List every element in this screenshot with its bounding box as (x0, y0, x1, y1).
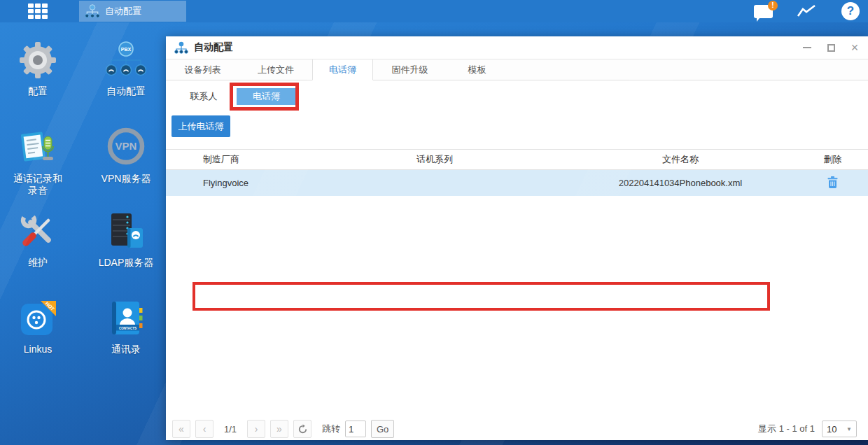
desktop-screen: 自动配置 ! ? (0, 0, 868, 445)
call-log-icon (18, 127, 57, 167)
app-label: 通话记录和录音 (10, 173, 65, 197)
results-summary: 显示 1 - 1 of 1 (758, 423, 815, 435)
trash-icon (827, 176, 838, 188)
go-button[interactable]: Go (371, 420, 394, 438)
app-label: 通讯录 (84, 344, 168, 355)
window-title: 自动配置 (194, 41, 233, 54)
ldap-server-icon (106, 211, 146, 250)
upload-phonebook-button[interactable]: 上传电话簿 (172, 115, 230, 137)
app-auto-provisioning[interactable]: PBX 自动配置 (84, 38, 168, 97)
app-linkus[interactable]: HOT Linkus (0, 297, 80, 355)
pbx-tree-icon: PBX (106, 41, 146, 79)
chevron-down-icon: ▼ (846, 426, 852, 432)
taskbar-item-label: 自动配置 (105, 5, 141, 17)
minimize-icon[interactable] (802, 43, 812, 52)
table-header: 制造厂商 话机系列 文件名称 删除 (166, 149, 868, 170)
tab-firmware-upgrade[interactable]: 固件升级 (373, 59, 447, 80)
jump-label: 跳转 (322, 423, 340, 435)
app-label: 配置 (0, 85, 80, 97)
tools-icon (18, 211, 57, 250)
pbx-tree-icon (85, 3, 100, 19)
svg-text:PBX: PBX (121, 47, 132, 52)
last-page-button[interactable]: » (270, 420, 288, 438)
phonebook-table: 制造厂商 话机系列 文件名称 删除 Flyingvoice 2022041410… (166, 149, 868, 196)
table-row[interactable]: Flyingvoice 202204141034Phonebook.xml (166, 170, 868, 196)
cell-manufacturer: Flyingvoice (166, 178, 306, 188)
app-settings[interactable]: 配置 (0, 38, 80, 97)
header-phone-series: 话机系列 (306, 153, 564, 166)
header-manufacturer: 制造厂商 (166, 153, 306, 166)
pagination-bar: « ‹ 1/1 › » 跳转 Go 显示 1 - 1 of 1 10 (166, 419, 868, 439)
pbx-tree-icon (174, 41, 188, 54)
app-ldap-server[interactable]: LDAP服务器 (84, 210, 168, 269)
subtab-contacts[interactable]: 联系人 (173, 89, 234, 104)
desktop-apps: 配置 PBX 自动配置 (0, 22, 166, 445)
tab-upload-file[interactable]: 上传文件 (239, 59, 312, 80)
topbar: 自动配置 ! ? (0, 0, 868, 22)
notifications-icon[interactable]: ! (754, 5, 773, 18)
maximize-icon[interactable] (826, 43, 836, 52)
subtab-phonebook[interactable]: 电话簿 (237, 88, 296, 105)
svg-text:VPN: VPN (115, 140, 137, 152)
app-vpn-server[interactable]: VPN VPN服务器 (84, 126, 168, 185)
next-page-button[interactable]: › (247, 420, 265, 438)
taskbar-item-auto-provisioning[interactable]: 自动配置 (79, 1, 186, 22)
annotation-rect-row (192, 282, 770, 311)
app-label: 维护 (0, 257, 80, 269)
app-contacts[interactable]: CONTACTS 通讯录 (84, 297, 168, 355)
jump-page-input[interactable] (345, 421, 366, 437)
app-label: LDAP服务器 (84, 257, 168, 269)
prev-page-button[interactable]: ‹ (195, 420, 214, 438)
gear-icon (19, 41, 57, 79)
header-delete: 删除 (797, 153, 868, 166)
window-titlebar: 自动配置 × (166, 36, 868, 59)
app-label: Linkus (0, 344, 80, 355)
app-label: 自动配置 (84, 85, 168, 97)
cell-file-name: 202204141034Phonebook.xml (564, 178, 797, 188)
vpn-icon: VPN (106, 126, 146, 167)
page-size-value: 10 (827, 424, 836, 435)
auto-provisioning-window: 自动配置 × 设备列表 上传文件 电话簿 固件升级 模板 联系人 电话簿 上传电… (166, 36, 868, 440)
header-file-name: 文件名称 (564, 153, 797, 166)
help-icon[interactable]: ? (841, 2, 860, 20)
contacts-icon: CONTACTS (107, 299, 145, 337)
delete-button[interactable] (823, 175, 842, 192)
svg-text:CONTACTS: CONTACTS (119, 327, 136, 330)
resource-monitor-icon[interactable] (797, 4, 816, 18)
app-label: VPN服务器 (84, 173, 168, 185)
tab-phonebook[interactable]: 电话簿 (312, 59, 373, 80)
page-size-select[interactable]: 10 ▼ (822, 421, 857, 437)
linkus-icon: HOT (19, 299, 57, 337)
page-indicator: 1/1 (218, 424, 242, 435)
close-icon[interactable]: × (850, 43, 860, 52)
main-tabbar: 设备列表 上传文件 电话簿 固件升级 模板 (166, 59, 868, 80)
refresh-icon (298, 424, 308, 435)
app-maintenance[interactable]: 维护 (0, 210, 80, 269)
app-call-logs-recording[interactable]: 通话记录和录音 (0, 126, 80, 197)
tab-device-list[interactable]: 设备列表 (166, 59, 239, 80)
refresh-button[interactable] (293, 420, 312, 438)
first-page-button[interactable]: « (172, 420, 190, 438)
app-grid-icon[interactable] (28, 3, 49, 19)
notification-badge: ! (768, 1, 778, 10)
tab-template[interactable]: 模板 (447, 59, 507, 80)
